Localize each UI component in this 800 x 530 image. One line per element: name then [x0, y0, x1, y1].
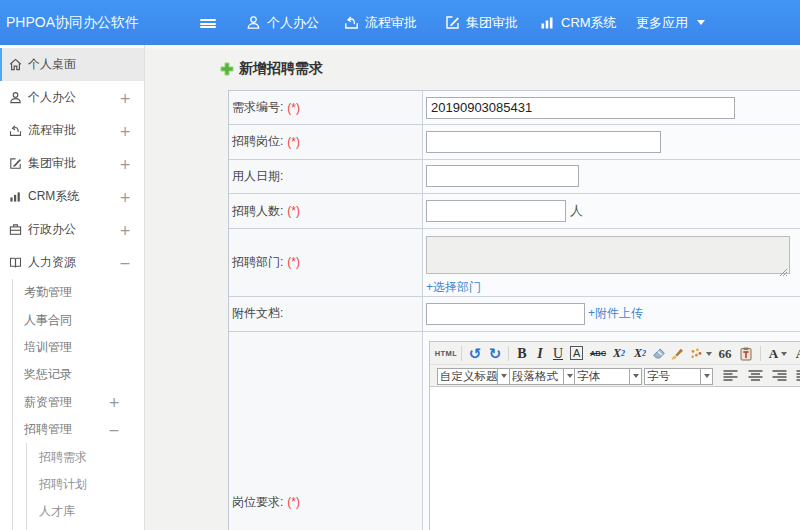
topnav-label: 更多应用	[636, 14, 688, 32]
book-icon	[9, 256, 22, 269]
expand-plus-icon[interactable]: +	[118, 123, 132, 139]
eraser-button[interactable]	[651, 342, 667, 365]
superscript-button[interactable]: X2	[610, 342, 628, 365]
select-department-link[interactable]: +选择部门	[426, 279, 481, 296]
collapse-minus-icon[interactable]: −	[118, 255, 132, 271]
sidebar-subitem-recruit-plan[interactable]: 招聘计划	[27, 471, 144, 498]
redo-button[interactable]: ↻	[486, 342, 504, 365]
subscript-button[interactable]: X2	[631, 342, 649, 365]
sidebar-subitem-label: 考勤管理	[24, 284, 72, 301]
hamburger-menu-icon[interactable]	[200, 19, 216, 28]
bold-button[interactable]: B	[514, 342, 530, 365]
field-label: 需求编号: (*)	[229, 91, 423, 124]
topnav-group-approval[interactable]: 集团审批	[445, 0, 518, 45]
field-label: 用人日期:	[229, 160, 423, 194]
background-color-button[interactable]: A	[793, 342, 800, 365]
chevron-down-icon	[629, 368, 642, 385]
topnav-more-apps[interactable]: 更多应用	[636, 0, 705, 45]
sidebar-item-group-approval[interactable]: 集团审批 +	[0, 147, 144, 180]
underline-button[interactable]: U	[550, 342, 566, 365]
resize-grip-icon[interactable]	[779, 263, 788, 272]
border-text-button[interactable]: A	[570, 346, 583, 360]
sidebar-item-label: CRM系统	[28, 188, 79, 205]
headcount-input[interactable]	[426, 200, 566, 222]
sidebar-item-admin-office[interactable]: 行政办公 +	[0, 213, 144, 246]
sidebar-item-crm-system[interactable]: CRM系统 +	[0, 180, 144, 213]
html-source-button[interactable]: HTML	[434, 342, 458, 365]
font-size-dropdown[interactable]: 字号	[644, 368, 713, 385]
home-icon	[9, 58, 22, 71]
expand-plus-icon[interactable]: +	[107, 394, 121, 410]
label-text: 用人日期:	[232, 168, 283, 185]
paste-from-word-button[interactable]	[737, 342, 754, 365]
align-right-button[interactable]	[772, 369, 787, 383]
sidebar-subitem-talent-pool[interactable]: 人才库	[27, 498, 144, 525]
sidebar-subitem-training[interactable]: 培训管理	[13, 334, 144, 361]
font-family-dropdown[interactable]: 字体	[574, 368, 642, 385]
expand-plus-icon[interactable]: +	[118, 189, 132, 205]
field-label: 岗位要求: (*)	[229, 332, 423, 530]
topnav-personal-office[interactable]: 个人办公	[246, 0, 319, 45]
sidebar-item-workflow-approval[interactable]: 流程审批 +	[0, 114, 144, 147]
attachment-input[interactable]	[426, 303, 585, 325]
editor-content-area[interactable]	[430, 389, 800, 530]
sidebar-subitem-recruitment[interactable]: 招聘管理 −	[13, 416, 144, 443]
align-center-button[interactable]	[748, 369, 763, 383]
request-no-input[interactable]	[426, 97, 735, 119]
sidebar: 个人桌面 个人办公 + 流程审批 + 集团审批 + CRM系统 + 行政办公 +	[0, 45, 145, 530]
user-icon	[246, 15, 261, 30]
required-mark: (*)	[287, 495, 300, 509]
sidebar-item-personal-office[interactable]: 个人办公 +	[0, 81, 144, 114]
sidebar-subitem-rewards[interactable]: 奖惩记录	[13, 361, 144, 388]
field-cell: 人	[423, 194, 800, 228]
form-row-job-requirements: 岗位要求: (*) HTML ↺ ↻ B I U A ABC	[229, 332, 800, 530]
sub-x: X	[634, 346, 642, 361]
main-content: 新增招聘需求 需求编号: (*) 招聘岗位: (*) 用人日期:	[146, 45, 800, 530]
topbar: PHPOA协同办公软件 个人办公 流程审批 集团审批 CRM系统 更多应用	[0, 0, 800, 45]
sidebar-subitem-salary[interactable]: 薪资管理 +	[13, 389, 144, 416]
align-left-button[interactable]	[723, 369, 738, 383]
undo-button[interactable]: ↺	[466, 342, 484, 365]
heading-style-dropdown[interactable]: 自定义标题	[437, 368, 510, 385]
department-textarea[interactable]	[426, 236, 790, 274]
align-justify-button[interactable]	[796, 369, 800, 383]
field-label: 招聘岗位: (*)	[229, 125, 423, 159]
paragraph-format-dropdown[interactable]: 段落格式	[509, 368, 576, 385]
strikethrough-button[interactable]: ABC	[588, 342, 608, 365]
topnav-label: CRM系统	[561, 14, 617, 32]
font-color-button[interactable]: A	[766, 342, 790, 365]
field-cell: +附件上传	[423, 297, 800, 332]
sidebar-subitem-hr-contract[interactable]: 人事合同	[13, 306, 144, 333]
format-painter-button[interactable]	[669, 342, 685, 365]
sidebar-subitem-attendance[interactable]: 考勤管理	[13, 279, 144, 306]
sidebar-subitem-recruit-demand[interactable]: 招聘需求	[27, 443, 144, 470]
sidebar-item-desktop[interactable]: 个人桌面	[0, 48, 144, 81]
sup-2: 2	[621, 349, 625, 358]
dropdown-value: 自定义标题	[437, 368, 497, 385]
sidebar-item-human-resources[interactable]: 人力资源 −	[0, 246, 144, 279]
field-cell	[423, 91, 800, 124]
toolbar-separator	[461, 346, 462, 361]
form-row-headcount: 招聘人数: (*) 人	[229, 194, 800, 229]
chevron-down-icon	[697, 20, 705, 25]
page-title: 新增招聘需求	[220, 60, 323, 78]
italic-button[interactable]: I	[533, 342, 547, 365]
topnav-crm-system[interactable]: CRM系统	[540, 0, 617, 45]
expand-plus-icon[interactable]: +	[118, 222, 132, 238]
rich-text-editor: HTML ↺ ↻ B I U A ABC X2 X2	[429, 341, 800, 530]
attachment-upload-link[interactable]: +附件上传	[588, 305, 643, 322]
expand-plus-icon[interactable]: +	[118, 90, 132, 106]
position-input[interactable]	[426, 131, 661, 153]
topnav-workflow-approval[interactable]: 流程审批	[344, 0, 417, 45]
sidebar-item-label: 个人桌面	[28, 56, 76, 73]
sup-x: X	[613, 346, 621, 361]
label-text: 招聘岗位:	[232, 133, 283, 150]
expand-plus-icon[interactable]: +	[118, 156, 132, 172]
blockquote-button[interactable]: 66	[716, 342, 734, 365]
label-text: 招聘人数:	[232, 203, 283, 220]
collapse-minus-icon[interactable]: −	[107, 422, 121, 438]
hire-date-input[interactable]	[426, 165, 579, 187]
required-mark: (*)	[287, 204, 300, 218]
form-row-request-no: 需求编号: (*)	[229, 91, 800, 125]
highlight-color-button[interactable]	[688, 342, 712, 365]
